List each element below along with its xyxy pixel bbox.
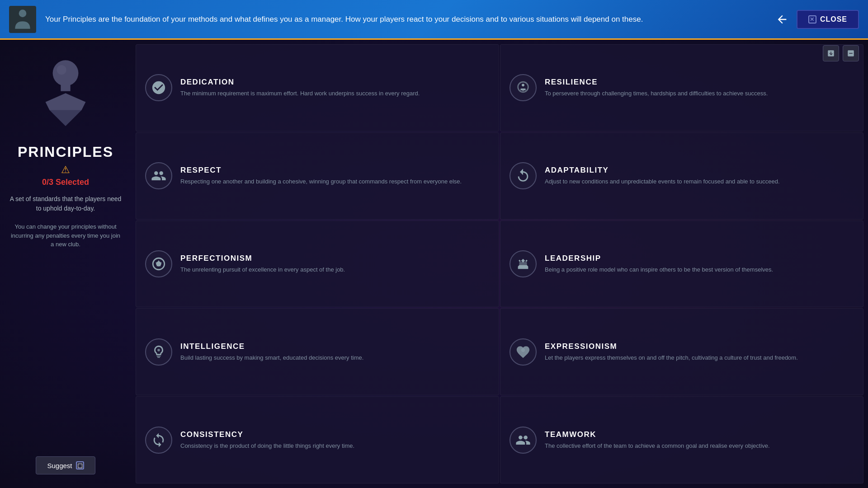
manager-avatar: [29, 53, 102, 135]
intelligence-icon-circle: [145, 338, 172, 366]
respect-desc: Respecting one another and building a co…: [180, 178, 490, 186]
adaptability-desc: Adjust to new conditions and unpredictab…: [545, 178, 854, 186]
selected-count: 0/3 Selected: [42, 178, 89, 187]
dedication-icon: [151, 80, 166, 95]
principle-card-perfectionism[interactable]: PERFECTIONISM The unrelenting pursuit of…: [136, 221, 499, 308]
perfectionism-name: PERFECTIONISM: [180, 254, 490, 263]
teamwork-info: TEAMWORK The collective effort of the te…: [545, 430, 854, 450]
suggest-icon: ◻: [76, 461, 84, 469]
adaptability-icon: [515, 168, 531, 183]
teamwork-icon-circle: [509, 427, 537, 454]
top-banner: Your Principles are the foundation of yo…: [0, 0, 868, 40]
respect-info: RESPECT Respecting one another and build…: [180, 166, 490, 186]
adaptability-info: ADAPTABILITY Adjust to new conditions an…: [545, 166, 854, 186]
expressionism-name: EXPRESSIONISM: [545, 342, 854, 351]
top-right-icons: [823, 45, 859, 61]
close-x-icon: ✕: [808, 15, 816, 23]
sidebar-note: You can change your principles without i…: [9, 222, 122, 249]
resilience-icon: [515, 80, 531, 95]
intelligence-name: INTELLIGENCE: [180, 342, 490, 351]
principles-grid: DEDICATION The minimum requirement is ma…: [131, 40, 868, 488]
principle-card-adaptability[interactable]: ADAPTABILITY Adjust to new conditions an…: [500, 132, 863, 220]
avatar-silhouette-icon: [34, 58, 97, 130]
dedication-info: DEDICATION The minimum requirement is ma…: [180, 78, 490, 98]
svg-point-7: [157, 349, 160, 352]
consistency-name: CONSISTENCY: [180, 430, 490, 439]
leadership-icon: [515, 256, 531, 272]
back-arrow-icon: [776, 13, 788, 26]
leadership-name: LEADERSHIP: [545, 254, 854, 263]
intelligence-desc: Build lasting success by making smart, e…: [180, 354, 490, 362]
svg-point-1: [53, 60, 79, 86]
principle-card-intelligence[interactable]: INTELLIGENCE Build lasting success by ma…: [136, 308, 499, 395]
main-content: PRINCIPLES ⚠ 0/3 Selected A set of stand…: [0, 40, 868, 488]
svg-point-8: [521, 348, 525, 352]
dedication-desc: The minimum requirement is maximum effor…: [180, 89, 490, 98]
teamwork-icon: [515, 432, 531, 448]
banner-text: Your Principles are the foundation of yo…: [45, 14, 772, 25]
respect-icon: [151, 168, 166, 183]
perfectionism-info: PERFECTIONISM The unrelenting pursuit of…: [180, 254, 490, 274]
svg-point-3: [57, 65, 66, 75]
resilience-icon-circle: [509, 74, 537, 101]
resilience-name: RESILIENCE: [545, 78, 854, 87]
minimize-icon: [847, 49, 855, 57]
manager-silhouette-icon: [11, 8, 34, 31]
perfectionism-icon-circle: [145, 250, 172, 277]
consistency-info: CONSISTENCY Consistency is the product o…: [180, 430, 490, 450]
close-button[interactable]: ✕ CLOSE: [797, 10, 859, 29]
banner-avatar: [9, 6, 36, 33]
resilience-desc: To persevere through challenging times, …: [545, 89, 854, 98]
dedication-name: DEDICATION: [180, 78, 490, 87]
svg-rect-2: [61, 84, 70, 91]
consistency-icon: [151, 432, 166, 448]
sidebar: PRINCIPLES ⚠ 0/3 Selected A set of stand…: [0, 40, 131, 488]
expressionism-icon: [515, 344, 531, 360]
principles-title: PRINCIPLES: [18, 144, 113, 160]
teamwork-name: TEAMWORK: [545, 430, 854, 439]
teamwork-desc: The collective effort of the team to ach…: [545, 442, 854, 450]
principle-card-resilience[interactable]: RESILIENCE To persevere through challeng…: [500, 44, 863, 131]
svg-point-4: [522, 84, 524, 87]
respect-name: RESPECT: [180, 166, 490, 175]
expressionism-icon-circle: [509, 338, 537, 366]
leadership-icon-circle: [509, 250, 537, 277]
window-icon-2[interactable]: [843, 45, 859, 61]
back-button[interactable]: [772, 9, 792, 29]
expressionism-info: EXPRESSIONISM Let the players express th…: [545, 342, 854, 362]
principle-card-respect[interactable]: RESPECT Respecting one another and build…: [136, 132, 499, 220]
banner-description: Your Principles are the foundation of yo…: [45, 15, 643, 23]
perfectionism-icon: [151, 256, 166, 272]
principle-card-leadership[interactable]: LEADERSHIP Being a positive role model w…: [500, 221, 863, 308]
resilience-info: RESILIENCE To persevere through challeng…: [545, 78, 854, 98]
dedication-icon-circle: [145, 74, 172, 101]
intelligence-info: INTELLIGENCE Build lasting success by ma…: [180, 342, 490, 362]
window-icon-1[interactable]: [823, 45, 839, 61]
adaptability-name: ADAPTABILITY: [545, 166, 854, 175]
svg-rect-6: [519, 262, 527, 267]
close-label: CLOSE: [820, 15, 847, 23]
leadership-info: LEADERSHIP Being a positive role model w…: [545, 254, 854, 274]
consistency-desc: Consistency is the product of doing the …: [180, 442, 490, 450]
respect-icon-circle: [145, 162, 172, 189]
principle-card-dedication[interactable]: DEDICATION The minimum requirement is ma…: [136, 44, 499, 131]
svg-point-0: [19, 9, 27, 17]
adaptability-icon-circle: [509, 162, 537, 189]
suggest-button[interactable]: Suggest ◻: [36, 456, 95, 474]
sidebar-description: A set of standards that the players need…: [9, 194, 122, 213]
consistency-icon-circle: [145, 427, 172, 454]
suggest-label: Suggest: [47, 462, 72, 469]
principle-card-expressionism[interactable]: EXPRESSIONISM Let the players express th…: [500, 308, 863, 395]
export-icon: [827, 49, 835, 57]
expressionism-desc: Let the players express themselves on an…: [545, 354, 854, 362]
principle-card-consistency[interactable]: CONSISTENCY Consistency is the product o…: [136, 396, 499, 483]
leadership-desc: Being a positive role model who can insp…: [545, 266, 854, 274]
intelligence-icon: [151, 344, 166, 360]
perfectionism-desc: The unrelenting pursuit of excellence in…: [180, 266, 490, 274]
principle-card-teamwork[interactable]: TEAMWORK The collective effort of the te…: [500, 396, 863, 483]
warning-icon: ⚠: [61, 164, 70, 176]
